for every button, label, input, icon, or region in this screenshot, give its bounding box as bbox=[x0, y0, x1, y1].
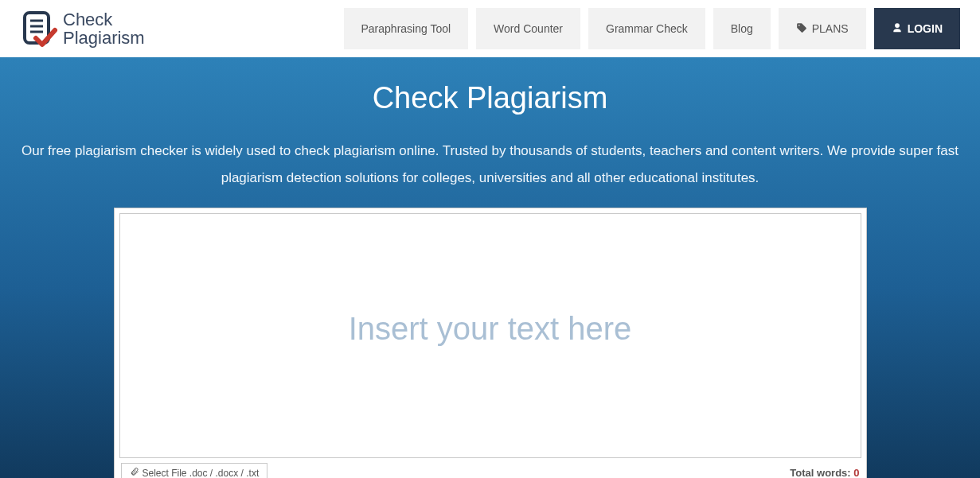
textarea-wrap bbox=[119, 213, 861, 458]
logo-line2: Plagiarism bbox=[63, 29, 145, 47]
plagiarism-textarea[interactable] bbox=[120, 214, 861, 457]
top-nav: Paraphrasing Tool Word Counter Grammar C… bbox=[344, 8, 961, 49]
nav-word-counter[interactable]: Word Counter bbox=[476, 8, 580, 49]
nav-blog[interactable]: Blog bbox=[713, 8, 771, 49]
page-subtitle: Our free plagiarism checker is widely us… bbox=[17, 138, 964, 192]
logo-line1: Check bbox=[63, 10, 145, 29]
nav-plans[interactable]: PLANS bbox=[779, 8, 866, 49]
select-file-label: Select File .doc / .docx / .txt bbox=[143, 468, 260, 479]
logo[interactable]: Check Plagiarism bbox=[20, 10, 145, 48]
logo-icon bbox=[20, 10, 58, 48]
hero: Check Plagiarism Our free plagiarism che… bbox=[0, 57, 980, 478]
user-icon bbox=[892, 22, 903, 36]
nav-paraphrasing-tool[interactable]: Paraphrasing Tool bbox=[344, 8, 469, 49]
total-words-count: 0 bbox=[853, 467, 859, 478]
select-file-button[interactable]: Select File .doc / .docx / .txt bbox=[121, 463, 268, 478]
editor-footer: Select File .doc / .docx / .txt Total wo… bbox=[119, 458, 861, 478]
page-title: Check Plagiarism bbox=[0, 81, 980, 115]
total-words: Total words: 0 bbox=[790, 467, 859, 478]
nav-plans-label: PLANS bbox=[812, 22, 849, 35]
nav-login[interactable]: LOGIN bbox=[874, 8, 960, 49]
logo-text: Check Plagiarism bbox=[63, 10, 145, 47]
nav-grammar-check[interactable]: Grammar Check bbox=[588, 8, 705, 49]
editor-card: Select File .doc / .docx / .txt Total wo… bbox=[114, 208, 867, 478]
nav-login-label: LOGIN bbox=[908, 22, 943, 35]
paperclip-icon bbox=[130, 467, 139, 478]
total-words-label: Total words: bbox=[790, 467, 850, 478]
tag-icon bbox=[796, 22, 807, 36]
header: Check Plagiarism Paraphrasing Tool Word … bbox=[0, 0, 980, 57]
